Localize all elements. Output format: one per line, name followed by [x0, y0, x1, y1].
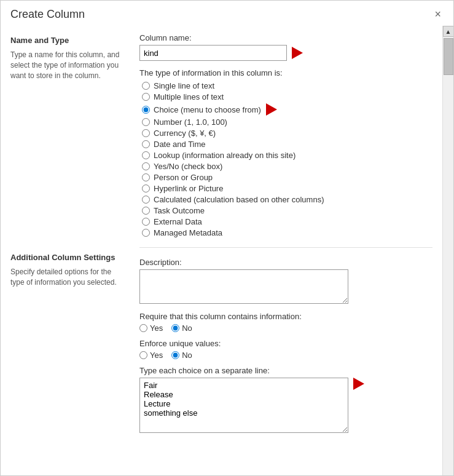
- radio-person[interactable]: Person or Group: [142, 173, 432, 182]
- additional-settings-desc: Specify detailed options for the type of…: [10, 267, 120, 288]
- radio-person-input[interactable]: [142, 173, 150, 181]
- radio-single-label: Single line of text: [154, 81, 214, 90]
- enforce-radio-group: Yes No: [139, 351, 432, 360]
- scroll-track: [443, 37, 454, 475]
- enforce-yes-text: Yes: [150, 351, 163, 360]
- radio-single[interactable]: Single line of text: [142, 81, 432, 90]
- radio-lookup-label: Lookup (information already on this site…: [154, 151, 295, 160]
- radio-single-input[interactable]: [142, 82, 150, 90]
- radio-lookup[interactable]: Lookup (information already on this site…: [142, 151, 432, 160]
- type-info-label: The type of information in this column i…: [139, 68, 432, 77]
- scrollbar[interactable]: ▲: [442, 26, 453, 475]
- radio-managed-input[interactable]: [142, 229, 150, 237]
- dialog-title: Create Column: [10, 8, 85, 21]
- divider: [139, 247, 432, 248]
- require-radio-group: Yes No: [139, 323, 432, 333]
- additional-section: Description: Require that this column co…: [139, 258, 432, 433]
- radio-yesno[interactable]: Yes/No (check box): [142, 162, 432, 171]
- radio-hyperlink-input[interactable]: [142, 184, 150, 192]
- choices-textarea[interactable]: Fair Release Lecture something else: [139, 378, 348, 433]
- require-yes-input[interactable]: [139, 324, 147, 332]
- require-yes-text: Yes: [150, 323, 163, 333]
- radio-task-input[interactable]: [142, 207, 150, 215]
- description-textarea[interactable]: [139, 269, 348, 304]
- radio-datetime-input[interactable]: [142, 140, 150, 148]
- description-label: Description:: [139, 258, 432, 267]
- column-name-label: Column name:: [139, 33, 432, 42]
- type-radio-group: Single line of text Multiple lines of te…: [142, 81, 432, 237]
- radio-yesno-input[interactable]: [142, 162, 150, 170]
- enforce-no-label[interactable]: No: [171, 351, 192, 360]
- radio-calculated-label: Calculated (calculation based on other c…: [154, 195, 324, 204]
- arrow-icon-column-name: [292, 47, 303, 59]
- require-no-label[interactable]: No: [171, 323, 192, 333]
- radio-person-label: Person or Group: [154, 173, 213, 182]
- name-type-desc: Type a name for this column, and select …: [10, 50, 120, 81]
- enforce-yes-label[interactable]: Yes: [139, 351, 163, 360]
- radio-currency-input[interactable]: [142, 129, 150, 137]
- enforce-no-text: No: [182, 351, 192, 360]
- radio-hyperlink[interactable]: Hyperlink or Picture: [142, 184, 432, 193]
- radio-task[interactable]: Task Outcome: [142, 206, 432, 215]
- right-panel: Column name: The type of information in …: [130, 26, 442, 475]
- scroll-up-button[interactable]: ▲: [443, 26, 454, 37]
- radio-task-label: Task Outcome: [154, 206, 205, 215]
- left-panel: Name and Type Type a name for this colum…: [1, 26, 130, 475]
- enforce-label: Enforce unique values:: [139, 339, 432, 348]
- radio-number-label: Number (1, 1.0, 100): [154, 117, 227, 127]
- radio-choice-label: Choice (menu to choose from): [154, 105, 261, 114]
- require-no-input[interactable]: [171, 324, 179, 332]
- dialog-header: Create Column ×: [1, 1, 453, 26]
- radio-yesno-label: Yes/No (check box): [154, 162, 222, 171]
- arrow-icon-choice: [266, 103, 277, 116]
- radio-currency[interactable]: Currency ($, ¥, €): [142, 129, 432, 138]
- dialog-body: Name and Type Type a name for this colum…: [1, 26, 453, 475]
- choices-label: Type each choice on a separate line:: [139, 366, 432, 375]
- radio-external[interactable]: External Data: [142, 217, 432, 226]
- radio-hyperlink-label: Hyperlink or Picture: [154, 184, 223, 193]
- radio-external-label: External Data: [154, 217, 202, 226]
- radio-choice[interactable]: Choice (menu to choose from): [142, 105, 261, 114]
- require-no-text: No: [182, 323, 192, 333]
- radio-external-input[interactable]: [142, 218, 150, 226]
- scroll-thumb[interactable]: [444, 38, 453, 75]
- arrow-icon-choices: [353, 378, 364, 390]
- choices-row: Fair Release Lecture something else: [139, 378, 432, 433]
- radio-multiple-input[interactable]: [142, 93, 150, 101]
- create-column-dialog: Create Column × Name and Type Type a nam…: [0, 0, 454, 476]
- radio-calculated-input[interactable]: [142, 196, 150, 204]
- radio-number[interactable]: Number (1, 1.0, 100): [142, 117, 432, 127]
- close-button[interactable]: ×: [432, 8, 444, 21]
- radio-datetime[interactable]: Date and Time: [142, 140, 432, 149]
- radio-choice-input[interactable]: [142, 106, 150, 114]
- name-type-heading: Name and Type: [10, 36, 120, 45]
- column-name-row: [139, 45, 432, 61]
- radio-datetime-label: Date and Time: [154, 140, 206, 149]
- enforce-no-input[interactable]: [171, 351, 179, 359]
- radio-lookup-input[interactable]: [142, 151, 150, 159]
- radio-managed-label: Managed Metadata: [154, 228, 222, 237]
- enforce-yes-input[interactable]: [139, 351, 147, 359]
- radio-currency-label: Currency ($, ¥, €): [154, 129, 216, 138]
- additional-settings-heading: Additional Column Settings: [10, 253, 120, 262]
- radio-multiple-label: Multiple lines of text: [154, 92, 224, 101]
- require-yes-label[interactable]: Yes: [139, 323, 163, 333]
- column-name-input[interactable]: [139, 45, 287, 61]
- radio-number-input[interactable]: [142, 118, 150, 126]
- radio-multiple[interactable]: Multiple lines of text: [142, 92, 432, 101]
- radio-managed[interactable]: Managed Metadata: [142, 228, 432, 237]
- require-label: Require that this column contains inform…: [139, 312, 432, 321]
- radio-calculated[interactable]: Calculated (calculation based on other c…: [142, 195, 432, 204]
- radio-choice-row: Choice (menu to choose from): [142, 103, 432, 116]
